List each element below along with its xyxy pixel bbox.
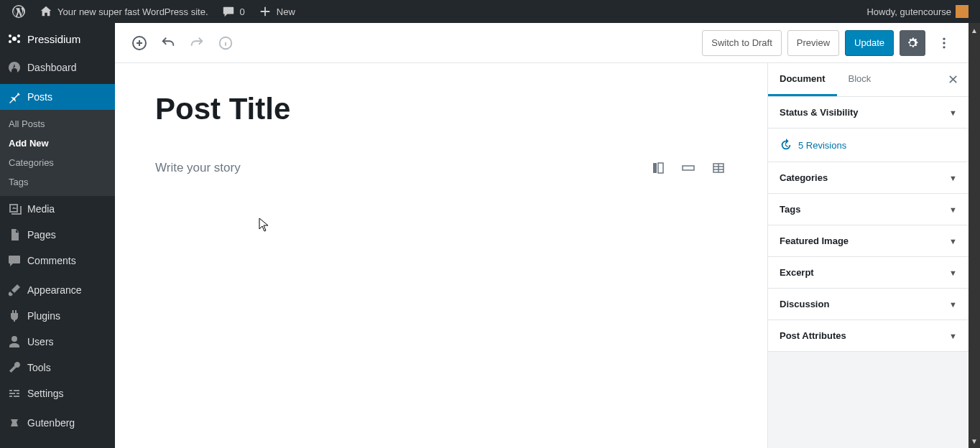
svg-point-0	[12, 37, 17, 41]
panel-post-attributes[interactable]: Post Attributes▼	[768, 320, 969, 352]
add-block-button[interactable]	[126, 30, 152, 56]
gear-icon	[905, 36, 920, 50]
undo-button[interactable]	[155, 30, 181, 56]
more-menu-button[interactable]	[931, 30, 957, 56]
site-home[interactable]: Your new super fast WordPress site.	[33, 0, 214, 23]
sidebar-item-comments[interactable]: Comments	[0, 248, 115, 274]
sidebar-item-posts[interactable]: Posts	[0, 84, 115, 110]
sidebar-item-gutenberg[interactable]: Gutenberg	[0, 410, 115, 436]
sidebar-item-settings[interactable]: Settings	[0, 381, 115, 406]
admin-bar-left: Your new super fast WordPress site. 0 Ne…	[6, 0, 861, 23]
svg-rect-11	[658, 163, 663, 173]
account-menu[interactable]: Howdy, gutencourse	[861, 0, 974, 23]
sidebar-item-dashboard[interactable]: Dashboard	[0, 55, 115, 80]
editor: Switch to Draft Preview Update Post Titl…	[115, 23, 969, 448]
new-label: New	[277, 6, 295, 17]
comment-icon	[7, 253, 22, 268]
layout-icon[interactable]	[650, 159, 667, 177]
panel-discussion[interactable]: Discussion▼	[768, 289, 969, 320]
comments-bubble[interactable]: 0	[216, 0, 251, 23]
panel-featured-image[interactable]: Featured Image▼	[768, 225, 969, 257]
editor-body: Post Title Write your story Document	[115, 63, 969, 448]
sidebar-item-users[interactable]: Users	[0, 329, 115, 355]
wide-icon[interactable]	[680, 159, 697, 177]
sidebar-item-label: Pages	[27, 229, 56, 241]
table-icon[interactable]	[710, 159, 727, 177]
sidebar-item-media[interactable]: Media	[0, 196, 115, 222]
scroll-up-icon[interactable]: ▲	[969, 23, 980, 37]
admin-sidebar: Pressidium Dashboard Posts All Posts Add…	[0, 23, 115, 448]
sidebar-item-tools[interactable]: Tools	[0, 355, 115, 381]
svg-point-9	[943, 46, 945, 48]
tab-document[interactable]: Document	[768, 63, 837, 96]
brush-icon	[7, 283, 22, 297]
tab-block[interactable]: Block	[837, 63, 883, 96]
settings-toggle-button[interactable]	[900, 30, 925, 56]
quick-insert-icons	[650, 159, 727, 177]
sidebar-item-label: Posts	[27, 91, 52, 103]
update-button[interactable]: Update	[845, 30, 894, 56]
panel-title: Excerpt	[780, 267, 814, 278]
history-icon	[780, 139, 792, 151]
close-settings-button[interactable]: ✕	[938, 72, 969, 88]
sidebar-item-label: Media	[27, 203, 55, 215]
svg-point-1	[9, 34, 11, 37]
wrench-icon	[7, 360, 22, 375]
submenu-categories[interactable]: Categories	[0, 153, 115, 172]
submenu-all-posts[interactable]: All Posts	[0, 114, 115, 134]
panel-tags[interactable]: Tags▼	[768, 194, 969, 225]
sliders-icon	[7, 386, 22, 401]
write-prompt[interactable]: Write your story	[155, 161, 650, 175]
sidebar-item-label: Appearance	[27, 284, 82, 296]
howdy-text: Howdy, gutencourse	[866, 6, 951, 17]
panel-title: Status & Visibility	[780, 107, 859, 118]
scroll-track[interactable]	[969, 37, 980, 434]
submenu-tags[interactable]: Tags	[0, 172, 115, 192]
close-icon: ✕	[948, 73, 958, 87]
panel-excerpt[interactable]: Excerpt▼	[768, 257, 969, 289]
chevron-down-icon: ▼	[949, 300, 957, 309]
svg-point-2	[17, 34, 20, 37]
info-button[interactable]	[213, 30, 239, 56]
svg-point-3	[9, 40, 11, 43]
sidebar-item-pages[interactable]: Pages	[0, 222, 115, 248]
brand-item[interactable]: Pressidium	[0, 23, 115, 55]
site-name: Your new super fast WordPress site.	[57, 6, 208, 17]
sidebar-item-label: Tools	[27, 362, 51, 373]
sidebar-item-appearance[interactable]: Appearance	[0, 277, 115, 303]
editor-tools-left	[126, 30, 239, 56]
sidebar-item-label: Comments	[27, 255, 76, 266]
panel-title: Discussion	[780, 299, 829, 309]
post-title-input[interactable]: Post Title	[155, 92, 727, 126]
switch-to-draft-button[interactable]: Switch to Draft	[702, 30, 782, 56]
submenu-add-new[interactable]: Add New	[0, 134, 115, 153]
new-content[interactable]: New	[252, 0, 301, 23]
dashboard-icon	[7, 60, 22, 75]
editor-canvas[interactable]: Post Title Write your story	[115, 63, 767, 448]
os-scrollbar[interactable]: ▲ ▼	[969, 23, 980, 448]
sidebar-item-plugins[interactable]: Plugins	[0, 303, 115, 329]
brand-label: Pressidium	[27, 33, 80, 45]
chevron-down-icon: ▼	[949, 269, 957, 277]
preview-button[interactable]: Preview	[787, 30, 839, 56]
panel-revisions[interactable]: 5 Revisions	[768, 129, 969, 162]
panel-status-visibility[interactable]: Status & Visibility▼	[768, 97, 969, 129]
plus-icon	[258, 4, 272, 19]
settings-tabs: Document Block ✕	[768, 63, 969, 97]
svg-point-7	[943, 37, 945, 39]
admin-bar-right: Howdy, gutencourse	[861, 0, 974, 23]
panel-categories[interactable]: Categories▼	[768, 162, 969, 194]
redo-button[interactable]	[184, 30, 210, 56]
sidebar-item-label: Dashboard	[27, 62, 77, 73]
sidebar-item-label: Settings	[27, 388, 64, 399]
wp-logo[interactable]	[6, 0, 32, 23]
scroll-down-icon[interactable]: ▼	[969, 434, 980, 448]
pages-icon	[7, 228, 22, 242]
svg-point-8	[943, 42, 945, 44]
panel-title: Post Attributes	[780, 330, 846, 341]
settings-panel: Document Block ✕ Status & Visibility▼ 5 …	[767, 63, 969, 448]
main-wrap: Pressidium Dashboard Posts All Posts Add…	[0, 23, 980, 448]
chevron-down-icon: ▼	[949, 108, 957, 117]
cursor-icon	[259, 218, 270, 232]
chevron-down-icon: ▼	[949, 237, 957, 246]
